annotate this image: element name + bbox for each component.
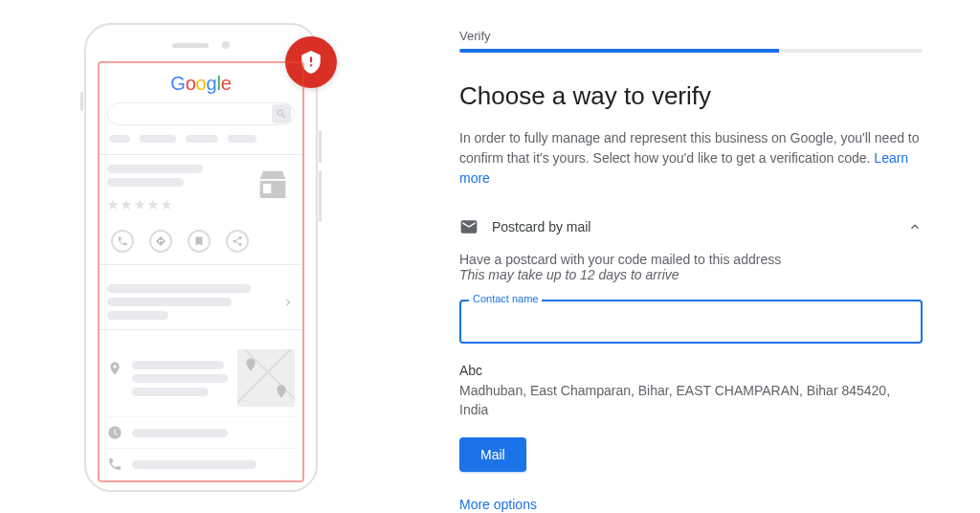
verification-form: Verify Choose a way to verify In order t… (402, 0, 980, 512)
mail-button[interactable]: Mail (459, 437, 526, 472)
directions-icon (149, 230, 172, 253)
business-address: Madhuban, East Champaran, Bihar, EAST CH… (459, 381, 923, 420)
storefront-icon (251, 165, 295, 203)
more-options-link[interactable]: More options (459, 497, 923, 512)
step-label: Verify (459, 29, 923, 43)
description-text: In order to fully manage and represent t… (459, 128, 923, 189)
call-icon (111, 230, 134, 253)
search-bar-placeholder-graphic (107, 102, 295, 125)
method-sub1: Have a postcard with your code mailed to… (459, 252, 923, 267)
business-name: Abc (459, 363, 923, 378)
phone-mockup: Google (84, 23, 318, 492)
contact-name-input[interactable] (459, 300, 923, 344)
phone-icon (107, 457, 122, 472)
save-icon (188, 230, 211, 253)
mail-icon (459, 217, 479, 236)
method-postcard-header[interactable]: Postcard by mail (459, 213, 923, 252)
phone-screen-preview: Google (98, 61, 304, 482)
share-icon (226, 230, 249, 253)
location-icon (107, 361, 122, 380)
page-title: Choose a way to verify (459, 81, 923, 111)
clock-icon (107, 425, 122, 440)
phone-preview-column: Google (0, 0, 402, 492)
progress-bar (459, 49, 923, 53)
field-label: Contact name (469, 293, 542, 304)
method-label: Postcard by mail (492, 219, 590, 234)
search-icon (272, 104, 291, 123)
chevron-right-icon (281, 296, 295, 309)
chevron-up-icon (907, 219, 923, 234)
google-logo: Google (107, 73, 295, 95)
method-sub2: This may take up to 12 days to arrive (459, 267, 923, 282)
